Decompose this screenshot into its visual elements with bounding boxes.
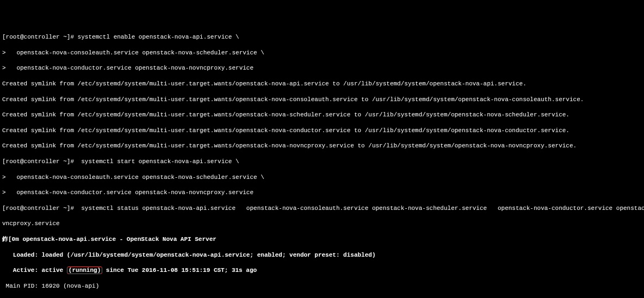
continuation-line: > openstack-nova-consoleauth.service ope… [2, 173, 642, 181]
running-status: (running) [67, 266, 102, 274]
loaded-line: Loaded: loaded (/usr/lib/systemd/system/… [2, 251, 642, 259]
symlink-output: Created symlink from /etc/systemd/system… [2, 96, 642, 103]
mainpid-line: Main PID: 16920 (nova-api) [2, 282, 642, 290]
prompt-line: [root@controller ~]# systemctl enable op… [2, 33, 642, 41]
terminal-output[interactable]: [root@controller ~]# systemctl enable op… [2, 33, 642, 298]
symlink-output: Created symlink from /etc/systemd/system… [2, 80, 642, 88]
continuation-line: > openstack-nova-conductor.service opens… [2, 189, 642, 196]
service-header: 鈼[0m openstack-nova-api.service - OpenSt… [2, 235, 642, 243]
active-line: Active: active (running) since Tue 2016-… [2, 266, 642, 274]
symlink-output: Created symlink from /etc/systemd/system… [2, 111, 642, 119]
symlink-output: Created symlink from /etc/systemd/system… [2, 142, 642, 150]
continuation-line: > openstack-nova-conductor.service opens… [2, 64, 642, 72]
prompt-line: vncproxy.service [2, 220, 642, 227]
prompt-line: [root@controller ~]# systemctl start ope… [2, 158, 642, 165]
prompt-line: [root@controller ~]# systemctl status op… [2, 204, 642, 212]
continuation-line: > openstack-nova-consoleauth.service ope… [2, 49, 642, 57]
symlink-output: Created symlink from /etc/systemd/system… [2, 127, 642, 134]
bullet-icon: 鈼 [2, 236, 8, 243]
